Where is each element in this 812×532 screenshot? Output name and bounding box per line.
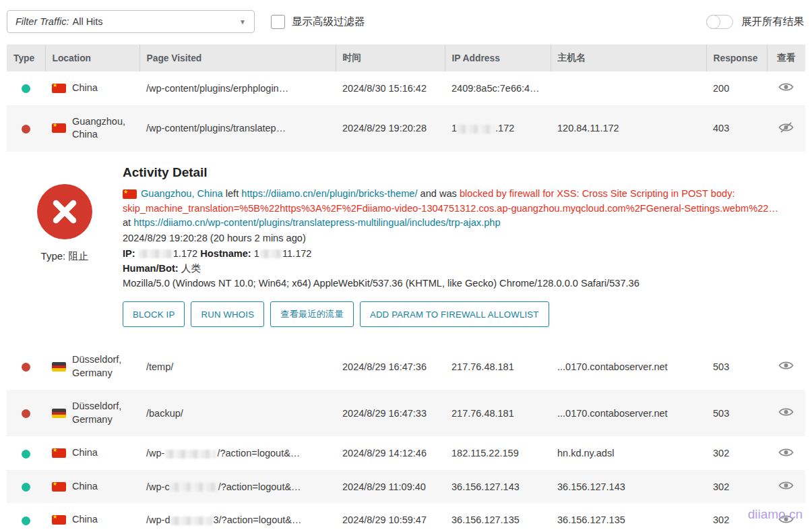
page-visited-cell: /wp-d3/?action=logout&…	[139, 503, 336, 532]
response-cell: 302	[706, 470, 767, 504]
flag-de-icon	[52, 409, 66, 418]
advanced-filters-label: 显示高级过滤器	[292, 15, 365, 29]
redacted-hostname-block	[260, 249, 282, 258]
eye-icon[interactable]	[778, 514, 794, 525]
live-traffic-page: Filter Traffic: All Hits ▼ 显示高级过滤器 展开所有结…	[0, 0, 812, 532]
view-cell	[767, 503, 805, 532]
time-cell: 2024/8/29 10:59:47	[336, 503, 445, 532]
location-text: China	[72, 513, 98, 527]
page-visited-cell: /wp-content/plugins/erphplogin…	[139, 71, 336, 105]
ip-cell: 182.115.22.159	[445, 436, 551, 470]
header-time: 时间	[336, 45, 445, 71]
traffic-row[interactable]: China/wp-/?action=logout&…2024/8/29 14:1…	[7, 436, 805, 470]
traffic-table: Type Location Page Visited 时间 IP Address…	[7, 45, 805, 532]
detail-location-link[interactable]: Guangzhou, China	[141, 188, 223, 199]
page-visited-cell: /wp-/?action=logout&…	[139, 436, 336, 470]
traffic-row[interactable]: Guangzhou, China/wp-content/plugins/tran…	[7, 105, 805, 152]
traffic-row[interactable]: Düsseldorf, Germany/temp/2024/8/29 16:47…	[7, 343, 805, 390]
activity-detail-title: Activity Detail	[123, 165, 794, 180]
location-text: China	[72, 446, 98, 460]
ip-cell: 36.156.127.135	[445, 503, 551, 532]
header-type: Type	[7, 45, 45, 71]
detail-humanbot-line: Human/Bot: 人类	[123, 261, 794, 276]
ip-cell: 1.172	[445, 105, 551, 152]
detail-hostname-label: Hostname:	[200, 248, 251, 259]
ip-cell: 36.156.127.143	[445, 470, 551, 504]
time-cell: 2024/8/30 15:16:42	[336, 71, 445, 105]
page-visited-cell: /temp/	[139, 343, 336, 390]
traffic-table-body: China/wp-content/plugins/erphplogin…2024…	[7, 71, 805, 532]
activity-detail-row: Type: 阻止 Activity Detail Guangzhou, Chin…	[7, 152, 805, 343]
detail-referrer-link[interactable]: https://diiamo.cn/en/plugin/bricks-theme…	[241, 188, 417, 199]
type-cell	[7, 436, 45, 470]
status-dot-blocked	[22, 409, 30, 418]
traffic-row[interactable]: Düsseldorf, Germany/backup/2024/8/29 16:…	[7, 390, 805, 436]
header-ip-address: IP Address	[445, 45, 551, 71]
eye-icon[interactable]	[778, 447, 794, 458]
status-dot-allowed	[22, 516, 30, 525]
type-cell	[7, 105, 45, 152]
filter-traffic-label: Filter Traffic:	[15, 16, 69, 27]
status-dot-allowed	[22, 450, 30, 459]
status-dot-allowed	[22, 84, 30, 93]
eye-icon[interactable]	[778, 82, 794, 92]
header-view: 查看	[767, 45, 805, 71]
header-hostname: 主机名	[551, 45, 706, 71]
time-cell: 2024/8/29 16:47:36	[336, 343, 445, 390]
view-cell	[767, 105, 805, 152]
response-cell: 302	[706, 503, 767, 532]
add-param-allowlist-button[interactable]: ADD PARAM TO FIREWALL ALLOWLIST	[360, 301, 549, 327]
response-cell: 403	[706, 105, 767, 152]
detail-user-agent: Mozilla/5.0 (Windows NT 10.0; Win64; x64…	[123, 276, 794, 291]
time-cell: 2024/8/29 19:20:28	[336, 105, 445, 152]
expand-all-toggle[interactable]	[706, 15, 733, 29]
hostname-cell: 36.156.127.135	[551, 503, 706, 532]
location-text: Düsseldorf, Germany	[72, 400, 133, 426]
time-cell: 2024/8/29 14:12:46	[336, 436, 445, 470]
status-dot-blocked	[22, 363, 30, 372]
eye-icon[interactable]	[778, 480, 794, 491]
traffic-row[interactable]: China/wp-c/?action=logout&…2024/8/29 11:…	[7, 470, 805, 504]
ip-cell: 217.76.48.181	[445, 390, 551, 436]
hostname-cell: hn.kd.ny.adsl	[551, 436, 706, 470]
blocked-x-icon	[37, 184, 92, 239]
page-visited-cell: /wp-c/?action=logout&…	[139, 470, 336, 504]
activity-detail-description: Guangzhou, China left https://diiamo.cn/…	[123, 187, 794, 231]
type-cell	[7, 343, 45, 390]
table-header-row: Type Location Page Visited 时间 IP Address…	[7, 45, 805, 71]
view-cell	[767, 71, 805, 105]
location-text: Guangzhou, China	[72, 115, 133, 142]
view-recent-traffic-button[interactable]: 查看最近的流量	[270, 301, 354, 327]
detail-humanbot-value: 人类	[181, 263, 201, 274]
run-whois-button[interactable]: RUN WHOIS	[191, 301, 264, 327]
type-cell	[7, 71, 45, 105]
filter-traffic-dropdown[interactable]: Filter Traffic: All Hits ▼	[7, 10, 255, 33]
expand-all-label: 展开所有结果	[741, 15, 804, 29]
filter-bar: Filter Traffic: All Hits ▼ 显示高级过滤器 展开所有结…	[0, 0, 812, 35]
response-cell: 503	[706, 343, 767, 390]
header-location: Location	[45, 45, 139, 71]
location-cell: Düsseldorf, Germany	[45, 343, 139, 390]
detail-left-word: left	[226, 188, 239, 199]
ip-cell: 217.76.48.181	[445, 343, 551, 390]
location-text: China	[72, 82, 98, 95]
eye-slash-icon[interactable]	[778, 122, 794, 133]
detail-ip-suffix: 1.172	[173, 248, 198, 259]
status-dot-blocked	[22, 125, 30, 134]
eye-icon[interactable]	[778, 360, 794, 371]
location-cell: China	[45, 503, 139, 532]
eye-icon[interactable]	[778, 407, 794, 417]
block-ip-button[interactable]: BLOCK IP	[123, 301, 185, 327]
detail-and-was: and was	[420, 188, 457, 199]
type-cell	[7, 390, 45, 436]
hostname-cell: ...0170.contaboserver.net	[551, 343, 706, 390]
header-page-visited: Page Visited	[139, 45, 336, 71]
advanced-filters-checkbox[interactable]	[271, 15, 285, 29]
type-cell	[7, 470, 45, 504]
detail-url-link[interactable]: https://diiamo.cn/wp-content/plugins/tra…	[133, 217, 500, 228]
traffic-row[interactable]: China/wp-content/plugins/erphplogin…2024…	[7, 71, 805, 105]
hostname-cell: ...0170.contaboserver.net	[551, 390, 706, 436]
traffic-row[interactable]: China/wp-d3/?action=logout&…2024/8/29 10…	[7, 503, 805, 532]
location-text: Düsseldorf, Germany	[72, 353, 133, 380]
toggle-knob-icon	[706, 15, 720, 29]
